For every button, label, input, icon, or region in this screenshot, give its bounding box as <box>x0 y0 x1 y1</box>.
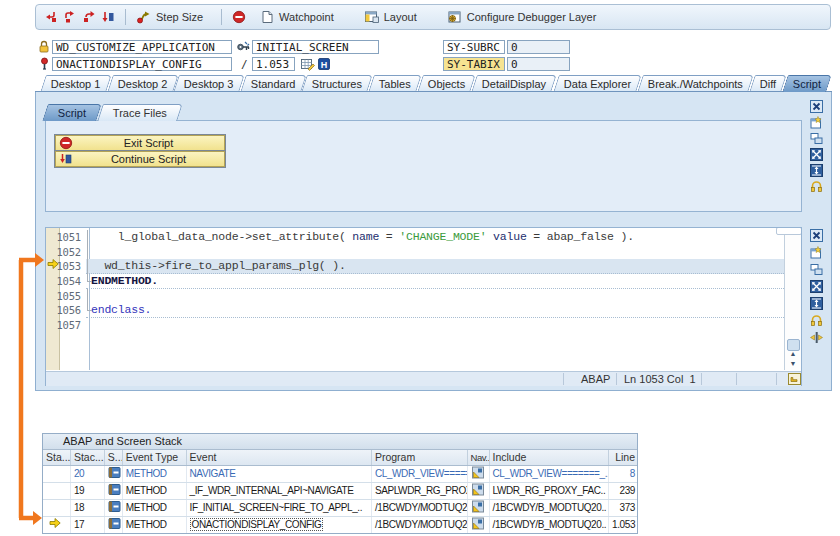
continue-script-button[interactable]: Continue Script <box>55 151 225 167</box>
screen-key-icon <box>236 40 251 54</box>
continue-script-label: Continue Script <box>73 153 224 165</box>
help-icon[interactable]: H <box>317 57 331 71</box>
step-return-icon[interactable] <box>82 10 96 24</box>
expand-vertical-icon[interactable] <box>810 297 824 311</box>
editor-vertical-scrollbar[interactable]: ▲ ▼ <box>784 228 801 370</box>
annotation-arrow <box>0 0 60 536</box>
swap-windows-icon[interactable] <box>810 263 824 277</box>
watchpoint-button[interactable]: Watchpoint <box>279 11 334 23</box>
step-over-icon[interactable] <box>63 10 77 24</box>
sy-subrc-field[interactable]: SY-SUBRC <box>443 40 505 54</box>
tab-desktop-3[interactable]: Desktop 3 <box>173 75 244 92</box>
column-header[interactable]: Nav... <box>468 450 490 465</box>
stack-table-title: ABAP and Screen Stack <box>43 434 637 450</box>
tab-diff[interactable]: Diff <box>749 75 787 92</box>
stack-table-header: Sta...Stac...S...Event TypeEventProgramN… <box>43 450 637 466</box>
tab-standard[interactable]: Standard <box>240 75 306 92</box>
tab-desktop-2[interactable]: Desktop 2 <box>107 75 178 92</box>
debugger-window: Step Size Watchpoint Layout Configure De… <box>0 0 840 536</box>
toolbar-separator <box>221 9 222 25</box>
event-field[interactable]: ONACTIONDISPLAY_CONFIG <box>52 57 232 71</box>
method-icon <box>108 500 121 513</box>
configure-debugger-layer-icon[interactable] <box>447 10 462 24</box>
line-field[interactable]: 1.053 <box>252 57 295 71</box>
stack-row-18[interactable]: 18METHODIF_INITIAL_SCREEN~FIRE_TO_APPL_.… <box>43 500 637 517</box>
layout-button[interactable]: Layout <box>384 11 417 23</box>
tab-break-watchpoints[interactable]: Break./Watchpoints <box>637 75 753 92</box>
column-header[interactable]: Event Type <box>123 450 187 465</box>
tab-tables[interactable]: Tables <box>369 75 422 92</box>
sy-subrc-value: 0 <box>507 40 570 54</box>
code-line-1055[interactable]: 1055 <box>46 289 784 304</box>
navigate-icon[interactable] <box>471 517 485 530</box>
stop-icon <box>59 136 73 150</box>
code-editor[interactable]: 1051 l_global_data_node->set_attribute( … <box>46 228 801 370</box>
continue-script-icon <box>59 152 73 166</box>
tab-objects[interactable]: Objects <box>417 75 476 92</box>
stack-row-20[interactable]: 20METHODNAVIGATECL_WDR_VIEW=======_..CL_… <box>43 466 637 483</box>
step-size-icon[interactable] <box>136 10 151 24</box>
scroll-down-button[interactable]: ▼ <box>787 359 799 369</box>
stack-row-19[interactable]: 19METHOD_IF_WDR_INTERNAL_API~NAVIGATESAP… <box>43 483 637 500</box>
splitter-handle[interactable] <box>776 228 801 235</box>
expand-vertical-icon[interactable] <box>810 164 824 178</box>
sy-tabix-value: 0 <box>507 57 570 71</box>
scroll-up-button[interactable]: ▲ <box>787 349 799 359</box>
column-header[interactable]: Event <box>187 450 372 465</box>
stop-icon[interactable] <box>232 10 246 24</box>
headset-icon[interactable] <box>810 314 824 328</box>
code-line-1054[interactable]: 1054ENDMETHOD. <box>46 274 784 289</box>
swap-windows-icon[interactable] <box>810 132 824 146</box>
continue-icon[interactable] <box>101 10 115 24</box>
toolbar-separator <box>125 9 126 25</box>
column-header[interactable]: Line <box>609 450 637 465</box>
status-position: Ln 1053 Col 1 <box>624 373 696 385</box>
fullscreen-icon[interactable] <box>810 280 824 294</box>
code-line-1051[interactable]: 1051 l_global_data_node->set_attribute( … <box>46 230 784 245</box>
method-icon <box>108 483 121 496</box>
step-size-button[interactable]: Step Size <box>156 11 203 23</box>
watchpoint-icon[interactable] <box>261 10 274 24</box>
navigate-icon[interactable] <box>471 500 485 513</box>
column-header[interactable]: Include <box>490 450 610 465</box>
column-header[interactable]: Program <box>372 450 468 465</box>
column-header[interactable]: Stac... <box>71 450 105 465</box>
breakpoint-mode-icon[interactable] <box>810 331 824 345</box>
svg-text:H: H <box>321 60 328 70</box>
sy-tabix-field[interactable]: SY-TABIX <box>443 57 505 71</box>
close-icon[interactable] <box>810 229 824 243</box>
new-window-icon[interactable] <box>810 246 824 260</box>
navigate-icon[interactable] <box>471 483 485 496</box>
method-icon <box>108 517 121 530</box>
method-icon <box>108 466 121 479</box>
script-tabstrip: ScriptTrace Files <box>45 104 181 121</box>
application-field[interactable]: WD_CUSTOMIZE_APPLICATION <box>52 40 232 54</box>
abap-stack-table: ABAP and Screen Stack Sta...Stac...S...E… <box>42 433 638 534</box>
code-line-1056[interactable]: 1056endclass. <box>46 303 784 318</box>
tab-detaildisplay[interactable]: DetailDisplay <box>472 75 558 92</box>
layout-icon[interactable] <box>364 10 379 24</box>
code-line-1052[interactable]: 1052 <box>46 245 784 260</box>
column-header[interactable]: S... <box>105 450 123 465</box>
page-icon[interactable] <box>787 372 802 386</box>
configure-debugger-layer-button[interactable]: Configure Debugger Layer <box>467 11 597 23</box>
screen-field[interactable]: INITIAL_SCREEN <box>252 40 379 54</box>
tab-structures[interactable]: Structures <box>301 75 373 92</box>
toolbar: Step Size Watchpoint Layout Configure De… <box>35 4 831 30</box>
headset-icon[interactable] <box>810 180 824 194</box>
code-editor-panel: 1051 l_global_data_node->set_attribute( … <box>45 227 802 386</box>
exit-script-label: Exit Script <box>73 137 224 149</box>
stack-row-17[interactable]: 17METHODONACTIONDISPLAY_CONFIG/1BCWDY/MO… <box>43 517 637 533</box>
exit-script-button[interactable]: Exit Script <box>55 135 225 151</box>
close-icon[interactable] <box>810 100 824 114</box>
tab-script[interactable]: Script <box>42 104 102 121</box>
table-edit-icon[interactable] <box>300 57 315 71</box>
tab-script[interactable]: Script <box>782 75 832 92</box>
tab-data-explorer[interactable]: Data Explorer <box>553 75 642 92</box>
fullscreen-icon[interactable] <box>810 148 824 162</box>
tab-trace-files[interactable]: Trace Files <box>97 104 183 121</box>
code-line-1053[interactable]: 1053 wd_this->fire_to_appl_params_plg( )… <box>46 259 784 274</box>
code-line-1057[interactable]: 1057 <box>46 318 784 333</box>
new-window-icon[interactable] <box>810 116 824 130</box>
navigate-icon[interactable] <box>471 466 485 479</box>
